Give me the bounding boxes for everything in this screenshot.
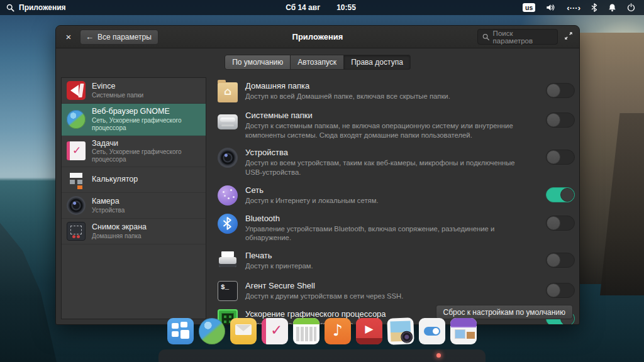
evince-icon [67,81,86,100]
sidebar-item-2[interactable]: ЗадачиСеть, Ускорение графического проце… [62,136,206,168]
toggle-knob [547,84,560,97]
toggle-knob [560,188,574,202]
all-settings-back-button[interactable]: ← Все параметры [80,30,158,45]
photos-icon[interactable] [387,317,414,344]
settings-icon[interactable] [419,318,445,344]
activities-app-menu[interactable]: Приложения [0,3,286,12]
toggle-4[interactable] [546,216,575,231]
application-list: EvinceСистемные папкиВеб-браузер GNOMEСе… [61,77,206,319]
sidebar-item-3[interactable]: Калькулятор [62,167,206,193]
power-icon[interactable] [627,3,635,12]
app-name: Калькулятор [92,175,138,185]
window-content: EvinceСистемные папкиВеб-браузер GNOMEСе… [56,76,579,324]
toggle-5[interactable] [546,253,575,268]
sidebar-item-text: Веб-браузер GNOMEСеть, Ускорение графиче… [92,107,201,132]
search-icon [6,4,14,12]
screenshot-icon [67,222,86,241]
tab-по-умолчанию[interactable]: По умолчанию [225,55,291,70]
top-panel: Приложения Сб 14 авг 10:55 us ‹···› [0,0,644,15]
app-name: Веб-браузер GNOME [92,107,201,117]
permission-text: Агент Secure ShellДоступ к другим устрой… [245,281,538,301]
network-icon [218,185,238,206]
calculator-icon [67,170,86,189]
sidebar-item-text: КамераУстройства [92,197,125,214]
toggle-0[interactable] [546,83,575,98]
dock [167,318,477,344]
app-name: Камера [92,197,125,207]
devices-icon [218,148,238,168]
notifications-bell-icon[interactable] [608,3,616,12]
settings-search-input[interactable]: Поиск параметров [477,29,558,45]
sidebar-item-5[interactable]: Снимок экранаДомашняя папка [62,219,206,244]
permission-row-2: УстройстваДоступ ко всем устройствам, та… [213,144,575,181]
fullscreen-toggle-icon[interactable] [564,31,573,43]
toggle-3[interactable] [546,187,575,202]
music-icon[interactable] [325,318,351,344]
app-permissions-summary: Системные папки [92,92,143,99]
app-permissions-summary: Устройства [92,207,125,214]
network-icon[interactable]: ‹···› [567,3,580,13]
volume-icon[interactable] [546,3,556,12]
app-permissions-summary: Сеть, Ускорение графического процессора [92,117,201,132]
tasks-icon[interactable] [262,318,288,344]
sidebar-item-text: Калькулятор [92,175,138,185]
permission-description: Управление устройствами Bluetooth, включ… [245,224,531,243]
permission-title: Сеть [245,185,531,195]
clock[interactable]: Сб 14 авг 10:55 [286,3,356,12]
toggle-knob [547,113,560,127]
keyboard-layout-indicator[interactable]: us [523,3,535,12]
view-switcher: По умолчаниюАвтозапускПрава доступа [225,55,411,70]
calendar-icon[interactable] [293,318,319,344]
tab-права-доступа[interactable]: Права доступа [344,55,411,70]
app-permissions-summary: Домашняя папка [92,233,147,240]
camera-icon [67,196,86,215]
permission-text: Системные папкиДоступ к системным папкам… [245,111,538,140]
running-app-indicator [436,353,441,358]
permission-row-3: СетьДоступ к Интернету и локальным сетям… [213,182,575,210]
sidebar-item-1[interactable]: Веб-браузер GNOMEСеть, Ускорение графиче… [62,104,206,136]
toggle-1[interactable] [546,112,575,128]
headerbar[interactable]: × ← Все параметры Приложения Поиск парам… [56,26,579,48]
bluetooth-icon[interactable] [591,3,597,12]
search-placeholder: Поиск параметров [493,30,553,45]
sidebar-item-4[interactable]: КамераУстройства [62,193,206,219]
web-browser-icon[interactable] [199,318,225,344]
tab-автозапуск[interactable]: Автозапуск [291,55,344,70]
ssh-icon [218,281,238,301]
system-folders-icon [218,114,238,129]
tasks-icon [67,141,86,160]
toggle-knob [547,216,560,230]
permissions-list: Домашняя папкаДоступ ко всей Домашней па… [213,77,575,325]
sidebar-item-text: ЗадачиСеть, Ускорение графического проце… [92,139,201,164]
close-window-button[interactable]: × [62,31,75,42]
permission-row-0: Домашняя папкаДоступ ко всей Домашней па… [213,77,575,107]
mail-icon[interactable] [230,318,257,344]
app-permissions-summary: Сеть, Ускорение графического процессора [92,148,201,163]
sidebar-item-0[interactable]: EvinceСистемные папки [62,78,206,104]
app-name: Снимок экрана [92,222,147,233]
toggle-knob [547,253,560,267]
time-label: 10:55 [336,3,356,12]
permission-title: Агент Secure Shell [245,281,531,290]
app-name: Задачи [92,139,201,149]
software-store-icon[interactable] [450,318,477,344]
date-label: Сб 14 авг [286,3,320,12]
reset-defaults-button[interactable]: Сброс к настройкам по умолчанию [436,305,573,319]
permission-title: Устройства [245,148,531,157]
permission-text: УстройстваДоступ ко всем устройствам, та… [245,148,538,177]
permission-title: Системные папки [245,111,531,120]
sidebar-item-text: EvinceСистемные папки [92,82,143,99]
toggle-6[interactable] [546,283,575,298]
permission-description: Доступ ко всем устройствам, таким как ве… [245,158,531,177]
permission-description: Доступ к принтерам. [245,261,531,271]
home-folder-icon [218,82,238,102]
toggle-2[interactable] [546,150,575,165]
active-app-name: Приложения [19,3,66,12]
permission-text: ПечатьДоступ к принтерам. [245,251,538,271]
videos-icon[interactable] [356,318,382,344]
permission-description: Доступ к Интернету и локальным сетям. [245,196,531,206]
print-icon [218,253,238,273]
permission-text: СетьДоступ к Интернету и локальным сетям… [245,185,538,206]
app-grid-icon[interactable] [167,318,194,344]
back-button-label: Все параметры [97,33,152,41]
